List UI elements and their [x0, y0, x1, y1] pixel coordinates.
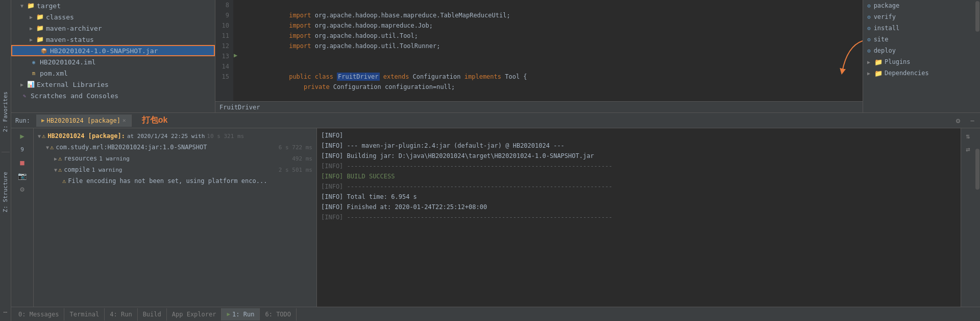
warning-icon-compile: ⚠	[58, 166, 62, 173]
center-layout: ▼ 📁 target ▶ 📁 classes ▶ 📁 maven-archive…	[11, 0, 980, 321]
maven-scrollbar[interactable]	[975, 0, 980, 112]
run-camera-button[interactable]: 📷	[17, 170, 28, 181]
tree-item-iml[interactable]: ◉ HB20201024.iml	[11, 56, 215, 67]
log-line-6: [INFO] ---------------------------------…	[321, 181, 957, 192]
gear-icon-package: ⚙	[867, 3, 871, 9]
build-item-encoding-warn[interactable]: ⚠ File encoding has not been set, using …	[34, 175, 316, 187]
settings-button[interactable]: ⚙	[952, 115, 964, 126]
line-numbers: 8 9 10 11 12 13 14 15	[215, 0, 233, 112]
gear-icon-verify: ⚙	[867, 14, 871, 20]
bottom-tab-appexplorer[interactable]: App Explorer	[167, 308, 222, 320]
chevron-right-icon-extlib: ▶	[20, 82, 26, 87]
bottom-tab-todo-label: 6: TODO	[265, 311, 291, 318]
log-line-3: [INFO] Building jar: D:\java\HB20201024\…	[321, 151, 957, 161]
scratch-icon: ✎	[20, 91, 29, 100]
run-icon-active: ▶	[227, 311, 230, 317]
chevron-down-compile: ▼	[54, 167, 57, 173]
maven-label-install: install	[874, 25, 900, 32]
tree-label-extlib: External Libraries	[37, 81, 109, 88]
tree-item-maven-archiver[interactable]: ▶ 📁 maven-archiver	[11, 22, 215, 34]
editor-area: 8 9 10 11 12 13 14 15 import org.apache.…	[215, 0, 863, 112]
maven-label-deploy: deploy	[874, 47, 896, 54]
build-mrl-label: com.study.mrl:HB20201024:jar:1.0-SNAPSHO…	[56, 144, 207, 151]
maven-label-site: site	[874, 36, 889, 43]
editor-content: 8 9 10 11 12 13 14 15 import org.apache.…	[215, 0, 863, 112]
run-content: ▶ 9 ■ 📷 ⚙ ▼ ⚠ HB20201024 [package]: at 2…	[11, 128, 980, 307]
tree-label-iml: HB20201024.iml	[40, 58, 96, 66]
extlib-icon: 📊	[27, 80, 35, 88]
build-root-time-prefix: at 2020/1/24 22:25 with	[127, 133, 205, 140]
maven-item-dependencies[interactable]: ▶ 📁 Dependencies	[863, 67, 975, 79]
folder-icon: 📁	[27, 2, 35, 10]
tree-item-pom[interactable]: m pom.xml	[11, 67, 215, 79]
structure-sidebar[interactable]: Z: Structure	[1, 170, 10, 214]
editor-tab-label: FruitDriver	[219, 104, 260, 111]
maven-label-package: package	[874, 2, 900, 9]
iml-icon: ◉	[30, 58, 38, 66]
side-btn-collapse[interactable]: ⇄	[963, 144, 974, 155]
bottom-tab-build[interactable]: Build	[138, 308, 167, 320]
tree-label-status: maven-status	[46, 36, 94, 43]
folder-icon-deps: 📁	[874, 69, 883, 77]
maven-item-package[interactable]: ⚙ package	[863, 0, 975, 11]
minimize-button[interactable]: −	[967, 115, 978, 126]
tree-label-target: target	[37, 2, 61, 10]
run-9-button[interactable]: 9	[17, 144, 28, 155]
bottom-tab-4run[interactable]: 4: Run	[105, 308, 137, 320]
project-tree: ▼ 📁 target ▶ 📁 classes ▶ 📁 maven-archive…	[11, 0, 215, 112]
tree-item-external-libs[interactable]: ▶ 📊 External Libraries	[11, 79, 215, 90]
favorites-sidebar[interactable]: 2: Favorites	[1, 89, 10, 134]
tree-label-scratches: Scratches and Consoles	[31, 92, 118, 100]
run-gear2-button[interactable]: ⚙	[17, 184, 28, 195]
log-scrollbar[interactable]	[975, 128, 980, 307]
chevron-down-mrl: ▼	[46, 145, 49, 150]
tree-item-target[interactable]: ▼ 📁 target	[11, 0, 215, 11]
jar-icon: 📦	[40, 47, 48, 55]
maven-item-verify[interactable]: ⚙ verify	[863, 11, 975, 22]
warning-icon-resources: ⚠	[58, 155, 62, 162]
build-item-resources[interactable]: ▶ ⚠ resources 1 warning 492 ms	[34, 153, 316, 164]
chevron-right-deps: ▶	[867, 71, 872, 76]
bottom-tab-terminal[interactable]: Terminal	[64, 308, 105, 320]
build-resources-count: 1 warning	[99, 155, 130, 162]
bottom-tab-appexplorer-label: App Explorer	[172, 311, 216, 318]
bottom-tab-build-label: Build	[143, 311, 161, 318]
bottom-tab-1run[interactable]: ▶ 1: Run	[222, 308, 260, 320]
main-layout: 2: Favorites Z: Structure ⋯ ▼ 📁 target ▶	[0, 0, 980, 321]
build-root-label: HB20201024 [package]:	[47, 132, 125, 140]
chevron-right-icon-archiver: ▶	[30, 26, 35, 31]
log-line-7: [INFO] Total time: 6.954 s	[321, 192, 957, 202]
maven-item-install[interactable]: ⚙ install	[863, 22, 975, 34]
tree-item-jar[interactable]: 📦 HB20201024-1.0-SNAPSHOT.jar	[11, 45, 215, 56]
tree-item-maven-status[interactable]: ▶ 📁 maven-status	[11, 34, 215, 45]
build-item-compile[interactable]: ▼ ⚠ compile 1 warning 2 s 501 ms	[34, 164, 316, 175]
build-item-root[interactable]: ▼ ⚠ HB20201024 [package]: at 2020/1/24 2…	[34, 130, 316, 142]
package-ok-label: 打包ok	[142, 115, 168, 126]
bottom-tab-todo[interactable]: 6: TODO	[260, 308, 297, 320]
log-line-2: [INFO] --- maven-jar-plugin:2.4:jar (def…	[321, 141, 957, 151]
code-line-13	[237, 51, 863, 61]
xml-icon: m	[30, 69, 38, 77]
run-stop-button[interactable]: ■	[17, 157, 28, 168]
folder-icon-status: 📁	[36, 35, 44, 43]
log-scrollbar-thumb	[975, 149, 979, 190]
run-play-button[interactable]: ▶	[17, 130, 28, 142]
run-tab-package[interactable]: ▶ HB20201024 [package] ✕	[36, 114, 132, 127]
build-item-mrl[interactable]: ▼ ⚠ com.study.mrl:HB20201024:jar:1.0-SNA…	[34, 142, 316, 153]
maven-item-plugins[interactable]: ▶ 📁 Plugins	[863, 56, 975, 67]
chevron-right-icon: ▶	[30, 14, 35, 20]
warning-icon-root: ⚠	[42, 132, 45, 140]
left-icon-dots[interactable]: ⋯	[0, 306, 12, 318]
maven-item-site[interactable]: ⚙ site	[863, 34, 975, 45]
tree-item-classes[interactable]: ▶ 📁 classes	[11, 11, 215, 22]
chevron-down-icon: ▼	[20, 3, 26, 9]
tree-item-scratches[interactable]: ✎ Scratches and Consoles	[11, 90, 215, 101]
tree-label-archiver: maven-archiver	[46, 25, 102, 32]
build-compile-time: 2 s 501 ms	[279, 167, 312, 173]
side-btn-expand[interactable]: ⇅	[963, 130, 974, 142]
close-run-tab-button[interactable]: ✕	[122, 117, 126, 124]
run-controls: ▶ 9 ■ 📷 ⚙	[11, 128, 34, 307]
bottom-tab-messages[interactable]: 0: Messages	[13, 308, 64, 320]
gear-icon-site: ⚙	[867, 36, 871, 43]
maven-item-deploy[interactable]: ⚙ deploy	[863, 45, 975, 56]
